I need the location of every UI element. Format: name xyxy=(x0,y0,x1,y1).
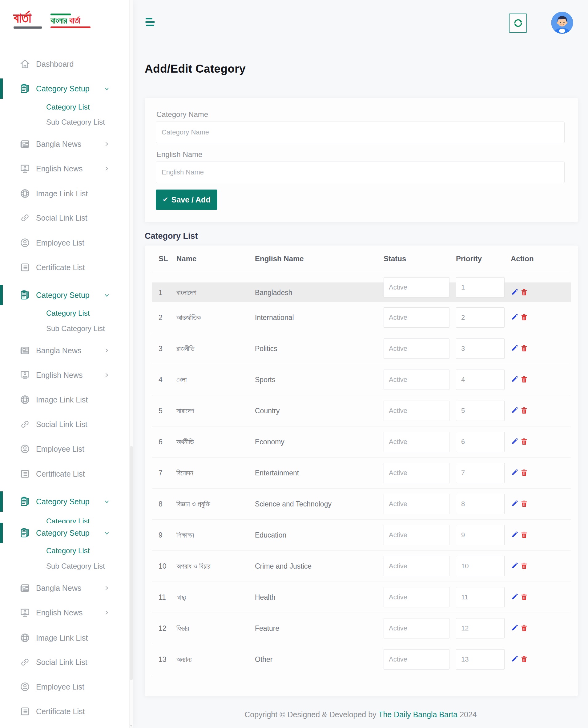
pencil-icon xyxy=(511,562,518,569)
priority-input[interactable] xyxy=(456,401,505,421)
sidebar-item-employee-list[interactable]: Employee List xyxy=(0,438,130,460)
priority-input[interactable] xyxy=(456,525,505,545)
sidebar-item-category-list[interactable]: Category List xyxy=(0,514,130,523)
newspaper-icon xyxy=(19,345,31,356)
english-name-input[interactable] xyxy=(156,161,565,183)
status-input[interactable] xyxy=(383,556,449,576)
status-input[interactable] xyxy=(383,587,449,608)
sidebar-item-category-list[interactable]: Category List xyxy=(0,100,130,114)
delete-button[interactable] xyxy=(520,593,528,601)
sidebar-item-image-link-list[interactable]: Image Link List xyxy=(0,627,130,648)
sidebar-item-dashboard[interactable]: Dashboard xyxy=(0,53,130,75)
delete-button[interactable] xyxy=(520,345,528,353)
edit-button[interactable] xyxy=(511,345,518,353)
footer-brand-link[interactable]: The Daily Bangla Barta xyxy=(378,710,458,719)
sidebar-item-category-setup[interactable]: Category Setup xyxy=(0,491,130,512)
sidebar-item-image-link-list[interactable]: Image Link List xyxy=(0,389,130,411)
scrollbar-down-arrow[interactable] xyxy=(130,725,132,727)
sidebar-item-certificate-list[interactable]: Certificate List xyxy=(0,701,130,722)
brand-logo[interactable]: বার্তা বাংলার বার্তা xyxy=(14,11,106,35)
status-input[interactable] xyxy=(383,649,449,669)
sidebar-item-certificate-list[interactable]: Certificate List xyxy=(0,463,130,485)
sidebar-item-employee-list[interactable]: Employee List xyxy=(0,232,130,253)
scrollbar-thumb[interactable] xyxy=(130,446,133,680)
sidebar-item-sub-category-list[interactable]: Sub Category List xyxy=(0,115,130,129)
priority-input[interactable] xyxy=(456,432,505,452)
status-input[interactable] xyxy=(383,525,449,545)
priority-input[interactable] xyxy=(456,618,505,638)
priority-input[interactable] xyxy=(456,494,505,514)
sidebar-item-social-link-list[interactable]: Social Link List xyxy=(0,652,130,673)
sidebar-item-certificate-list[interactable]: Certificate List xyxy=(0,257,130,278)
table-row: 6 অর্থনীতি Economy xyxy=(152,426,571,458)
delete-button[interactable] xyxy=(520,407,528,415)
edit-button[interactable] xyxy=(511,531,518,539)
status-input[interactable] xyxy=(383,463,449,483)
category-name-input[interactable] xyxy=(156,122,565,143)
refresh-button[interactable] xyxy=(509,14,527,32)
save-add-button[interactable]: ✔ Save / Add xyxy=(156,190,217,210)
sidebar-item-sub-category-list[interactable]: Sub Category List xyxy=(0,322,130,335)
delete-button[interactable] xyxy=(520,531,528,539)
status-input[interactable] xyxy=(383,618,449,638)
priority-input[interactable] xyxy=(456,277,505,297)
priority-input[interactable] xyxy=(456,556,505,576)
sidebar-item-english-news[interactable]: English News xyxy=(0,364,130,386)
delete-button[interactable] xyxy=(520,500,528,508)
sidebar-item-bangla-news[interactable]: Bangla News xyxy=(0,133,130,155)
edit-button[interactable] xyxy=(511,289,518,296)
status-input[interactable] xyxy=(383,401,449,421)
status-input[interactable] xyxy=(383,494,449,514)
sidebar-item-category-setup[interactable]: Category Setup xyxy=(0,284,130,306)
sidebar-item-employee-list[interactable]: Employee List xyxy=(0,676,130,698)
edit-button[interactable] xyxy=(511,624,518,632)
col-header-priority: Priority xyxy=(456,255,511,263)
sidebar-scrollbar[interactable] xyxy=(129,0,133,728)
edit-button[interactable] xyxy=(511,655,518,663)
sidebar-item-sub-category-list[interactable]: Sub Category List xyxy=(0,559,130,573)
sidebar-item-image-link-list[interactable]: Image Link List xyxy=(0,183,130,204)
sidebar-item-category-list[interactable]: Category List xyxy=(0,306,130,320)
sidebar-item-category-setup[interactable]: Category Setup xyxy=(0,522,130,544)
status-input[interactable] xyxy=(383,277,449,297)
priority-input[interactable] xyxy=(456,370,505,390)
status-input[interactable] xyxy=(383,307,449,328)
delete-button[interactable] xyxy=(520,376,528,384)
sidebar-item-social-link-list[interactable]: Social Link List xyxy=(0,207,130,228)
edit-button[interactable] xyxy=(511,500,518,508)
edit-button[interactable] xyxy=(511,407,518,415)
status-input[interactable] xyxy=(383,432,449,452)
delete-button[interactable] xyxy=(520,438,528,446)
status-input[interactable] xyxy=(383,338,449,359)
priority-input[interactable] xyxy=(456,338,505,359)
status-input[interactable] xyxy=(383,370,449,390)
edit-button[interactable] xyxy=(511,313,518,322)
sidebar-item-category-list[interactable]: Category List xyxy=(0,544,130,557)
edit-button[interactable] xyxy=(511,376,518,384)
sidebar-item-english-news[interactable]: English News xyxy=(0,602,130,623)
cell-english-name: Sports xyxy=(255,376,383,384)
sidebar-item-bangla-news[interactable]: Bangla News xyxy=(0,577,130,599)
pencil-icon xyxy=(511,438,518,445)
priority-input[interactable] xyxy=(456,463,505,483)
priority-input[interactable] xyxy=(456,649,505,669)
sidebar-item-social-link-list[interactable]: Social Link List xyxy=(0,414,130,435)
table-row: 5 সারাদেশ Country xyxy=(152,395,571,426)
delete-button[interactable] xyxy=(520,562,528,570)
priority-input[interactable] xyxy=(456,587,505,608)
sidebar-item-english-news[interactable]: English News xyxy=(0,158,130,179)
sidebar-item-bangla-news[interactable]: Bangla News xyxy=(0,340,130,361)
sidebar-item-category-setup[interactable]: Category Setup xyxy=(0,78,130,100)
sidebar-toggle-button[interactable] xyxy=(145,18,155,27)
user-avatar[interactable] xyxy=(551,12,573,34)
delete-button[interactable] xyxy=(520,289,528,296)
edit-button[interactable] xyxy=(511,469,518,477)
edit-button[interactable] xyxy=(511,438,518,446)
delete-button[interactable] xyxy=(520,313,528,322)
priority-input[interactable] xyxy=(456,307,505,328)
delete-button[interactable] xyxy=(520,624,528,632)
edit-button[interactable] xyxy=(511,562,518,570)
delete-button[interactable] xyxy=(520,655,528,663)
delete-button[interactable] xyxy=(520,469,528,477)
edit-button[interactable] xyxy=(511,593,518,601)
